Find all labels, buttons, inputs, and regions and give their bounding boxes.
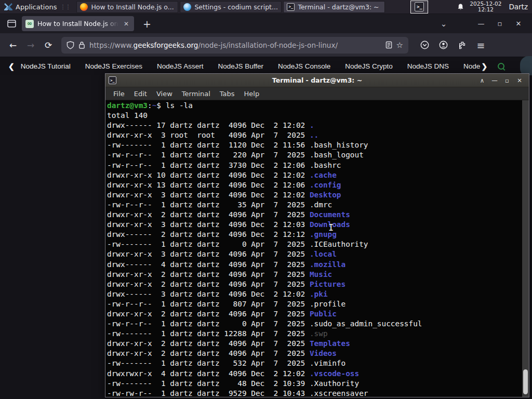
nav-item-nodejs-buffer[interactable]: NodeJS Buffer: [218, 62, 263, 70]
browser-window-controls: — ▫ ✕: [472, 20, 528, 28]
nav-scroll-left-chevron-icon[interactable]: ❮: [8, 62, 15, 71]
new-tab-button[interactable]: +: [140, 18, 154, 30]
ls-row-name: .vscode-oss: [310, 369, 359, 378]
browser-minimize-button[interactable]: —: [472, 20, 490, 28]
panel-handle: ⋮⋮: [60, 4, 70, 10]
tray-terminal-icon[interactable]: >_: [410, 1, 428, 14]
ls-row-name: .cache: [310, 171, 337, 179]
ls-row-meta: drwx------ 2 dartz dartz 4096 Dec 2 12:1…: [107, 230, 310, 238]
reader-view-icon[interactable]: [385, 41, 392, 49]
terminal-ls-row: drwxr-xr-x 2 dartz dartz 4096 Apr 7 2025…: [107, 309, 529, 319]
terminal-menu-view[interactable]: View: [152, 90, 177, 98]
terminal-menu-terminal[interactable]: Terminal: [177, 90, 215, 98]
ls-row-meta: -rw------- 1 dartz dartz 1120 Dec 2 11:5…: [107, 141, 310, 149]
terminal-ls-row: drwxr-xr-x 3 dartz dartz 4096 Dec 2 12:0…: [107, 220, 529, 230]
panel-window-label: Settings - codium script...: [194, 3, 277, 11]
terminal-ls-row: drwxr-xr-x 3 dartz dartz 4096 Apr 7 2025…: [107, 249, 529, 259]
menu-hamburger-icon[interactable]: ≡: [474, 38, 488, 52]
browser-close-button[interactable]: ✕: [509, 20, 528, 28]
ls-row-name: .profile: [310, 300, 345, 308]
prompt-user-host: dartz@vm3: [107, 101, 148, 110]
top-panel: Applications ⋮⋮ How to Install Node.js o…: [0, 0, 532, 14]
active-tab[interactable]: ∞ How to Install Node.js on ✕: [22, 16, 134, 31]
nav-item-nodejs-assert[interactable]: NodeJS Assert: [157, 62, 203, 70]
ls-row-meta: drwxr-xr-x 3 dartz dartz 4096 Dec 2 12:0…: [107, 191, 310, 199]
forward-button[interactable]: →: [23, 37, 38, 53]
terminal-menu-tabs[interactable]: Tabs: [215, 90, 240, 98]
nav-item-nodejs-crypto[interactable]: NodeJS Crypto: [345, 62, 393, 70]
pocket-icon[interactable]: [418, 38, 432, 52]
firefox-view-button[interactable]: [4, 17, 19, 31]
terminal-ls-row: drwx------ 17 dartz dartz 4096 Dec 2 12:…: [107, 121, 529, 130]
codium-icon: [183, 3, 191, 11]
tracking-shield-icon[interactable]: [66, 41, 74, 49]
extensions-icon[interactable]: [455, 38, 469, 52]
terminal-maximize-button[interactable]: ▫: [501, 77, 513, 84]
terminal-menu-help[interactable]: Help: [240, 90, 264, 98]
list-all-tabs-chevron-icon[interactable]: ⌄: [436, 19, 451, 29]
terminal-shade-button[interactable]: ∧: [476, 77, 488, 84]
terminal-ls-row: drwx------ 4 dartz dartz 4096 Apr 7 2025…: [107, 260, 529, 270]
nav-items: NodeJS TutorialNodeJS ExercisesNodeJS As…: [21, 62, 482, 70]
ls-row-meta: drwx------ 17 dartz dartz 4096 Dec 2 12:…: [107, 121, 310, 129]
back-button[interactable]: ←: [5, 37, 21, 53]
applications-menu-button[interactable]: Applications ⋮⋮: [0, 0, 76, 14]
terminal-ls-row: drwxr-xr-x 10 dartz dartz 4096 Dec 2 12:…: [107, 170, 529, 180]
lock-icon[interactable]: [78, 41, 85, 49]
terminal-ls-row: -rw------- 1 dartz dartz 532 Apr 7 2025 …: [107, 358, 529, 368]
terminal-icon: >_: [287, 3, 295, 11]
applications-label: Applications: [16, 3, 57, 11]
bookmark-star-icon[interactable]: ☆: [396, 41, 403, 50]
terminal-icon: >_: [415, 2, 424, 11]
terminal-titlebar[interactable]: >_ Terminal - dartz@vm3: ~ ∧ — ▫ ✕: [105, 74, 529, 87]
panel-status-area: 2025-12-02 12:12 Dartz: [457, 1, 532, 13]
ls-row-name: Public: [310, 310, 337, 318]
terminal-ls-row: -rw-r--r-- 1 dartz dartz 807 Apr 7 2025 …: [107, 299, 529, 309]
terminal-ls-row: -rw-rw-r-- 1 dartz dartz 9529 Dec 2 10:4…: [107, 389, 529, 397]
ls-row-name: .Xauthority: [310, 379, 359, 388]
panel-window-button-firefox[interactable]: How to Install Node.js o...: [76, 1, 178, 13]
ls-row-name: .bash_logout: [310, 151, 364, 159]
ls-row-meta: drwxr-xr-x 13 dartz dartz 4096 Dec 2 12:…: [107, 181, 310, 189]
url-bar[interactable]: https://www.geeksforgeeks.org/node-js/in…: [61, 37, 408, 54]
reload-button[interactable]: ⟳: [41, 37, 56, 53]
panel-window-button-codium[interactable]: Settings - codium script...: [180, 1, 282, 13]
ls-row-name: ..: [310, 131, 318, 139]
nav-item-node[interactable]: Node: [463, 62, 480, 70]
terminal-prompt-line: dartz@vm3:~$ls -la: [107, 101, 529, 111]
panel-user-menu[interactable]: Dartz: [509, 3, 528, 11]
nav-item-nodejs-exercises[interactable]: NodeJS Exercises: [85, 62, 142, 70]
terminal-total-line: total 140: [107, 111, 529, 121]
terminal-scrollbar-thumb[interactable]: [523, 369, 528, 394]
panel-window-button-terminal[interactable]: >_Terminal - dartz@vm3: ~: [283, 1, 385, 13]
toolbar-right-icons: ≡: [414, 38, 489, 52]
ls-row-name: .: [310, 121, 314, 129]
nav-item-nodejs-console[interactable]: NodeJS Console: [278, 62, 330, 70]
ls-row-name: .pki: [310, 290, 328, 298]
ls-row-meta: drwxr-xr-x 10 dartz dartz 4096 Dec 2 12:…: [107, 171, 310, 179]
nav-item-nodejs-dns[interactable]: NodeJS DNS: [407, 62, 449, 70]
ls-row-meta: drwxr-xr-x 2 dartz dartz 4096 Apr 7 2025: [107, 349, 310, 357]
ls-row-name: .bashrc: [310, 161, 341, 169]
ls-row-name: .bash_history: [310, 141, 368, 149]
nav-scroll-right-chevron-icon[interactable]: ❯: [481, 62, 487, 71]
panel-clock[interactable]: 2025-12-02 12:12: [470, 1, 501, 13]
geeksforgeeks-subnav: ❮ NodeJS TutorialNodeJS ExercisesNodeJS …: [0, 57, 532, 75]
terminal-close-button[interactable]: ✕: [513, 77, 526, 84]
terminal-menu-edit[interactable]: Edit: [129, 90, 152, 98]
ls-row-name: Documents: [310, 210, 350, 219]
browser-maximize-button[interactable]: ▫: [490, 20, 509, 28]
nav-item-nodejs-tutorial[interactable]: NodeJS Tutorial: [21, 62, 71, 70]
terminal-minimize-button[interactable]: —: [488, 77, 501, 84]
clock-time: 12:12: [470, 7, 501, 13]
account-icon[interactable]: [436, 38, 450, 52]
terminal-scrollbar[interactable]: [522, 100, 529, 397]
ls-row-name: Videos: [310, 349, 337, 357]
notification-bell-icon[interactable]: [457, 3, 464, 11]
ls-row-meta: -rw-r--r-- 1 dartz dartz 220 Apr 7 2025: [107, 151, 310, 159]
search-icon[interactable]: [498, 63, 504, 70]
terminal-menu-file[interactable]: File: [109, 90, 129, 98]
tab-close-icon[interactable]: ✕: [122, 19, 130, 29]
terminal-menubar: FileEditViewTerminalTabsHelp: [105, 87, 529, 100]
prompt-symbol: $: [156, 101, 161, 110]
